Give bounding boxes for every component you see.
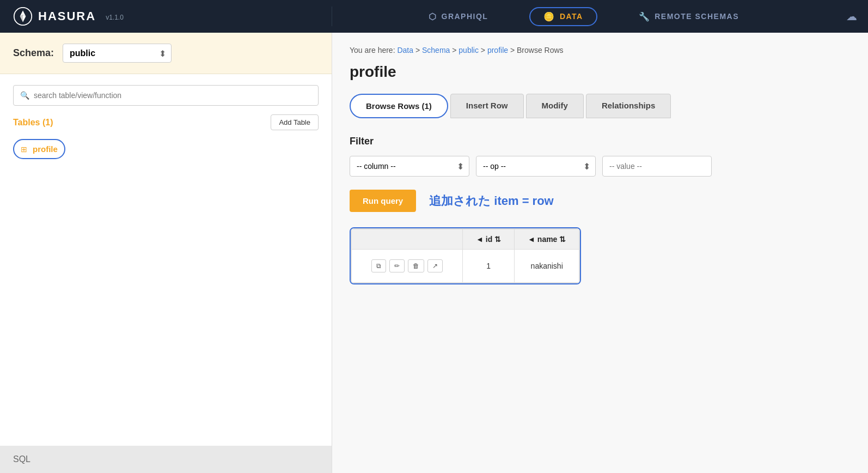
breadcrumb-public[interactable]: public (459, 46, 479, 54)
tab-modify-label: Modify (542, 101, 568, 110)
tab-remote-schemas-label: REMOTE SCHEMAS (655, 12, 739, 21)
search-icon: 🔍 (20, 91, 29, 100)
table-item-name: profile (33, 144, 58, 154)
schema-label: Schema: (13, 47, 54, 59)
results-table: ◄ id ⇅ ◄ name ⇅ ⧉ ✏ 🗑 ↗ (351, 229, 579, 283)
search-input-wrapper: 🔍 (13, 85, 319, 106)
data-table-wrapper: ◄ id ⇅ ◄ name ⇅ ⧉ ✏ 🗑 ↗ (350, 227, 581, 284)
schema-select[interactable]: public (63, 44, 172, 63)
nav-tabs: ⬡ GRAPHIQL 🪙 DATA 🔧 REMOTE SCHEMAS (332, 7, 835, 26)
table-item-profile[interactable]: ⊞ profile (13, 139, 65, 159)
tab-browse-rows[interactable]: Browse Rows (1) (350, 94, 448, 118)
breadcrumb-prefix: You are here: (350, 46, 397, 54)
breadcrumb: You are here: Data > Schema > public > p… (350, 46, 851, 54)
search-input[interactable] (34, 91, 311, 100)
sql-label: SQL (13, 454, 30, 464)
edit-row-button[interactable]: ✏ (389, 259, 405, 272)
tables-header: Tables (1) Add Table (13, 114, 319, 130)
breadcrumb-schema[interactable]: Schema (422, 46, 450, 54)
graphiql-icon: ⬡ (429, 11, 437, 22)
content-tabs: Browse Rows (1) Insert Row Modify Relati… (350, 94, 851, 118)
schema-section: Schema: public ⬍ (0, 33, 332, 74)
cloud-icon: ☁ (846, 10, 857, 23)
op-select-wrapper: -- op -- ⬍ (476, 156, 596, 177)
run-query-row: Run query 追加された item = row (350, 190, 851, 212)
app-version: v1.1.0 (106, 14, 124, 21)
tab-browse-rows-label: Browse Rows (1) (366, 101, 432, 111)
filter-row: -- column -- ⬍ -- op -- ⬍ (350, 156, 851, 177)
tab-relationships-label: Relationships (602, 101, 655, 110)
add-table-button[interactable]: Add Table (271, 114, 319, 130)
data-icon: 🪙 (543, 11, 555, 22)
delete-row-button[interactable]: 🗑 (408, 259, 424, 272)
expand-row-button[interactable]: ↗ (427, 259, 443, 272)
tab-insert-row-label: Insert Row (466, 101, 508, 110)
table-row: ⧉ ✏ 🗑 ↗ 1 nakanishi (352, 250, 579, 283)
logo-area: HASURA v1.1.0 (0, 7, 332, 26)
breadcrumb-sep-2: > (452, 46, 459, 54)
schema-select-wrapper: public ⬍ (63, 44, 172, 63)
column-select-wrapper: -- column -- ⬍ (350, 156, 469, 177)
data-table: ◄ id ⇅ ◄ name ⇅ ⧉ ✏ 🗑 ↗ (351, 228, 580, 283)
tab-graphiql[interactable]: ⬡ GRAPHIQL (420, 7, 497, 26)
breadcrumb-data[interactable]: Data (397, 46, 413, 54)
name-cell: nakanishi (515, 250, 579, 283)
filter-title: Filter (350, 136, 851, 147)
page-title: profile (350, 63, 851, 81)
tables-title: Tables (1) (13, 118, 53, 128)
tab-data-label: DATA (560, 12, 583, 21)
content-area: You are here: Data > Schema > public > p… (332, 33, 868, 473)
remote-schemas-icon: 🔧 (639, 11, 651, 22)
tab-modify[interactable]: Modify (526, 94, 584, 118)
copy-row-button[interactable]: ⧉ (371, 259, 386, 272)
breadcrumb-current: Browse Rows (517, 46, 564, 54)
sql-section[interactable]: SQL (0, 446, 332, 473)
nav-right: ☁ (835, 10, 868, 23)
breadcrumb-profile[interactable]: profile (487, 46, 508, 54)
tables-section: Tables (1) Add Table ⊞ profile (0, 114, 332, 446)
run-query-button[interactable]: Run query (350, 190, 416, 212)
hasura-logo-icon (13, 7, 33, 26)
main-area: Schema: public ⬍ 🔍 Tables (1) Add Table … (0, 33, 868, 473)
breadcrumb-sep-4: > (510, 46, 517, 54)
breadcrumb-sep-1: > (415, 46, 422, 54)
tab-remote-schemas[interactable]: 🔧 REMOTE SCHEMAS (630, 7, 748, 26)
value-input[interactable] (602, 156, 712, 177)
logo: HASURA v1.1.0 (13, 7, 124, 26)
tab-graphiql-label: GRAPHIQL (442, 12, 488, 21)
column-select[interactable]: -- column -- (350, 156, 469, 177)
name-column-header[interactable]: ◄ name ⇅ (515, 229, 579, 250)
tab-insert-row[interactable]: Insert Row (450, 94, 524, 118)
top-navigation: HASURA v1.1.0 ⬡ GRAPHIQL 🪙 DATA 🔧 REMOTE… (0, 0, 868, 33)
search-section: 🔍 (0, 74, 332, 114)
breadcrumb-sep-3: > (481, 46, 487, 54)
op-select[interactable]: -- op -- (476, 156, 596, 177)
tab-data[interactable]: 🪙 DATA (529, 7, 597, 26)
actions-column-header (352, 229, 463, 250)
tab-relationships[interactable]: Relationships (586, 94, 671, 118)
id-column-header[interactable]: ◄ id ⇅ (463, 229, 515, 250)
sidebar: Schema: public ⬍ 🔍 Tables (1) Add Table … (0, 33, 332, 473)
added-item-text: 追加された item = row (429, 193, 554, 209)
table-actions: ⧉ ✏ 🗑 ↗ (365, 255, 449, 277)
app-name: HASURA (38, 9, 96, 23)
row-actions: ⧉ ✏ 🗑 ↗ (352, 250, 463, 283)
id-cell: 1 (463, 250, 515, 283)
table-grid-icon: ⊞ (21, 145, 27, 154)
